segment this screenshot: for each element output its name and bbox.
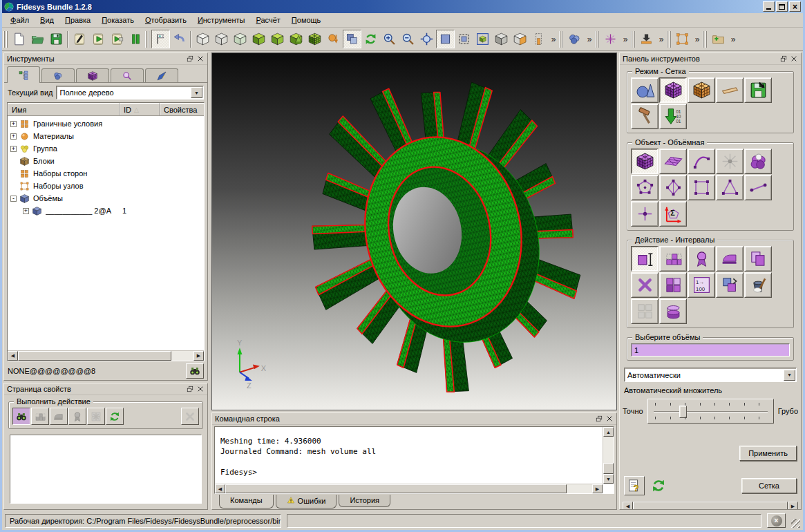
menu-display[interactable]: Отобразить — [140, 14, 192, 26]
object-tet-button[interactable] — [659, 175, 687, 200]
resize-grip[interactable] — [791, 519, 800, 528]
close-panel-icon[interactable] — [196, 55, 205, 63]
find-action-button[interactable] — [12, 408, 30, 425]
float-panel-icon[interactable] — [595, 415, 603, 423]
cancel-action-button[interactable] — [181, 408, 199, 425]
pause-button[interactable] — [126, 30, 145, 48]
view-mesh-button[interactable] — [305, 30, 324, 48]
tree-expander[interactable]: - — [10, 196, 17, 202]
show-face-button[interactable] — [511, 30, 529, 48]
float-panel-icon[interactable] — [186, 385, 194, 393]
object-node-button[interactable] — [631, 201, 659, 227]
find-in-tree-button[interactable] — [186, 363, 204, 379]
play-journal-button[interactable] — [89, 30, 108, 48]
new-file-button[interactable] — [10, 30, 28, 48]
scroll-left-icon[interactable]: ◀ — [8, 351, 18, 361]
flag-toggle-button[interactable] — [151, 30, 170, 48]
geometry-overflow-chevron[interactable]: » — [584, 30, 595, 48]
panel-hscrollbar[interactable]: ◀ ▶ — [623, 501, 798, 509]
view-shaded-button[interactable] — [249, 30, 268, 48]
action-swap-button[interactable] — [716, 272, 744, 298]
loads-overflow-chevron[interactable]: » — [656, 30, 667, 48]
mode-mesh-button[interactable] — [659, 77, 687, 103]
column-id[interactable]: ID△ — [120, 103, 160, 115]
menu-calculation[interactable]: Расчёт — [250, 14, 285, 26]
menu-edit[interactable]: Правка — [59, 14, 96, 26]
action-quality-button[interactable] — [688, 246, 715, 272]
refresh-graphics-button[interactable] — [361, 30, 380, 48]
help-button[interactable]: ? — [624, 476, 645, 495]
menu-show[interactable]: Показать — [96, 14, 140, 26]
action-mesh-button[interactable] — [659, 246, 687, 272]
vertex-overflow-chevron[interactable]: » — [620, 30, 631, 48]
column-properties[interactable]: Свойства — [160, 103, 204, 115]
reset-icon[interactable] — [650, 477, 667, 494]
close-panel-icon[interactable] — [790, 55, 798, 63]
nodeset-overflow-chevron[interactable]: » — [692, 30, 703, 48]
open-file-button[interactable] — [28, 30, 47, 48]
save-file-button[interactable] — [47, 30, 66, 48]
select-box-toggle[interactable] — [436, 30, 455, 48]
float-panel-icon[interactable] — [186, 55, 194, 63]
object-sigma-button[interactable]: Σ — [659, 201, 687, 227]
tab-model-tree[interactable] — [7, 66, 40, 83]
zoom-fit-button[interactable] — [417, 30, 436, 48]
scroll-thumb[interactable] — [225, 484, 567, 493]
object-quad-button[interactable] — [688, 175, 715, 200]
action-intervals-button[interactable] — [631, 246, 659, 272]
tree-expander[interactable]: + — [10, 133, 17, 140]
console-output[interactable]: Meshing time: 4.936000Journaled Command:… — [215, 427, 603, 484]
action-renumber-button[interactable]: 1→100 — [688, 272, 715, 298]
view-wireframe-button[interactable] — [193, 30, 212, 48]
column-name[interactable]: Имя — [8, 103, 120, 115]
action-smooth-button[interactable] — [716, 246, 744, 272]
title-bar[interactable]: Fidesys Bundle 1.2.8 × — [2, 0, 803, 13]
intervals-action-button[interactable] — [31, 408, 49, 425]
apply-button[interactable]: Применить — [739, 446, 797, 461]
delete-mesh-action-button[interactable] — [87, 408, 105, 425]
quality-action-button[interactable] — [68, 408, 86, 425]
tree-row[interactable]: - Объёмы — [8, 192, 204, 205]
scroll-up-icon[interactable]: ▲ — [603, 427, 614, 437]
action-delete-button[interactable] — [631, 272, 659, 298]
hide-volume-button[interactable] — [492, 30, 511, 48]
scroll-right-icon[interactable]: ▶ — [592, 484, 603, 493]
console-vscrollbar[interactable]: ▲ ▼ — [603, 427, 614, 484]
tree-row[interactable]: + Группа — [8, 142, 204, 155]
smooth-action-button[interactable] — [50, 408, 68, 425]
geometry-tools-button[interactable] — [565, 30, 584, 48]
object-curve-button[interactable] — [688, 149, 715, 174]
export-mesh-button[interactable]: 011001 — [659, 104, 687, 129]
scroll-left-icon[interactable]: ◀ — [215, 484, 225, 493]
tab-mesh[interactable] — [76, 68, 109, 82]
tree-hscrollbar[interactable]: ◀ ▶ — [8, 350, 204, 361]
toolbar-overflow-chevron[interactable]: » — [548, 30, 559, 48]
scroll-thumb[interactable] — [18, 351, 171, 361]
interrupt-button[interactable]: × — [767, 513, 786, 528]
view-hiddenline-button[interactable] — [212, 30, 231, 48]
tab-commands[interactable]: Команды — [219, 495, 274, 509]
object-polyhedron-button[interactable] — [631, 175, 659, 200]
tree-expander[interactable]: + — [10, 146, 17, 152]
tab-geometry[interactable] — [41, 68, 75, 82]
zoom-out-button[interactable] — [399, 30, 417, 48]
object-tri-button[interactable] — [716, 175, 744, 200]
record-journal-button[interactable] — [108, 30, 126, 48]
command-console[interactable]: Meshing time: 4.936000Journaled Command:… — [214, 426, 614, 494]
tab-search[interactable] — [111, 68, 144, 82]
object-group-button[interactable] — [744, 149, 772, 174]
mode-export-button[interactable] — [744, 77, 772, 103]
select-volumes-input[interactable]: 1 — [631, 343, 790, 357]
tree-expander[interactable]: + — [23, 208, 29, 214]
object-vertex-button[interactable] — [716, 149, 744, 174]
tab-history[interactable]: История — [339, 495, 390, 507]
tree-expander[interactable]: + — [10, 121, 17, 127]
properties-list[interactable] — [10, 435, 202, 504]
combo-dropdown-icon[interactable]: ▼ — [784, 370, 795, 381]
tree-row[interactable]: Блоки — [8, 155, 204, 167]
action-layers-button[interactable] — [659, 298, 687, 324]
mode-materials-button[interactable] — [716, 77, 744, 103]
edit-journal-button[interactable] — [70, 30, 89, 48]
action-copy-button[interactable] — [744, 246, 772, 272]
mesh-button[interactable]: Сетка — [741, 478, 797, 493]
